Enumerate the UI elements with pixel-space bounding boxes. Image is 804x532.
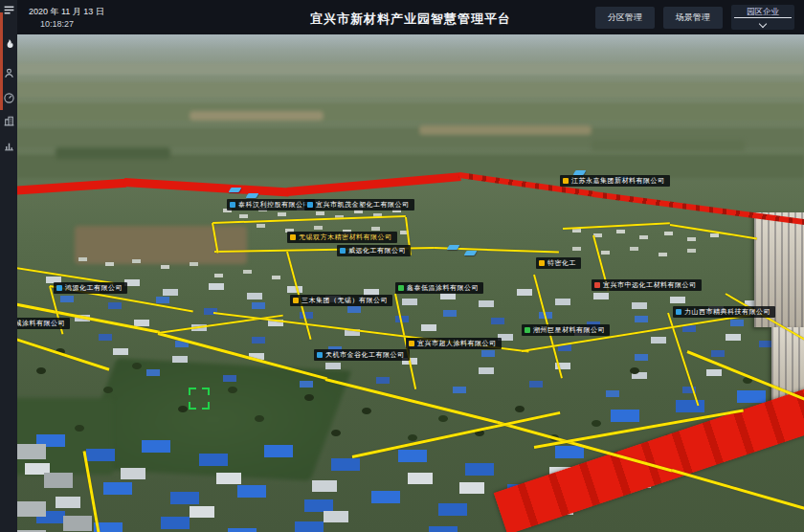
company-label[interactable]: 宜兴市凯茂金塑化工有限公司 xyxy=(304,199,414,211)
field-patch xyxy=(56,147,170,159)
company-marker-icon xyxy=(398,285,404,291)
dirt-field-patch xyxy=(75,226,247,264)
company-label[interactable]: 天机市金谷化工有限公司 xyxy=(314,349,410,361)
company-marker-icon xyxy=(307,202,313,208)
company-label[interactable]: 江苏永嘉集团新材料有限公司 xyxy=(560,175,670,187)
dropdown-divider xyxy=(734,17,792,18)
street-line xyxy=(17,332,109,371)
company-label[interactable]: 宜兴市中远化工材料有限公司 xyxy=(592,279,702,291)
map-3d-view[interactable]: 泰科汉利控股有限公司 宜兴市凯茂金塑化工有限公司 无锡双方木精密材料有限公司 威… xyxy=(17,34,804,532)
field-patch xyxy=(190,111,324,121)
grass-field xyxy=(17,398,113,475)
highway-segment xyxy=(124,178,289,196)
street-line xyxy=(670,224,757,239)
company-label[interactable]: 威远化工有限公司 xyxy=(337,245,411,256)
highway-segment xyxy=(593,191,804,225)
company-label[interactable]: 三木集团（无锡）有限公司 xyxy=(290,295,392,306)
scene-management-button[interactable]: 场景管理 xyxy=(663,7,723,29)
company-label[interactable]: 鸿源化工有限公司 xyxy=(54,282,127,294)
company-marker-icon xyxy=(56,285,62,291)
street-line xyxy=(212,215,406,224)
company-marker-icon xyxy=(293,298,299,303)
blue-vehicle-marker xyxy=(464,251,478,255)
bar-chart-icon[interactable] xyxy=(3,140,15,152)
street-line xyxy=(563,222,670,230)
chevron-down-icon xyxy=(759,20,767,28)
top-header: 2020 年 11 月 13 日 10:18:27 宜兴市新材料产业园智慧管理平… xyxy=(17,0,804,34)
company-marker-icon xyxy=(594,282,600,288)
company-marker-icon xyxy=(340,248,346,254)
highway-segment xyxy=(17,179,126,196)
factory-icon[interactable] xyxy=(3,115,15,127)
field-patch xyxy=(592,140,745,151)
company-label[interactable]: 潮州巨星材料有限公司 xyxy=(522,324,610,336)
company-label[interactable]: 特密化工 xyxy=(536,257,581,269)
gauge-icon[interactable] xyxy=(3,92,15,104)
street-line xyxy=(672,469,804,514)
grass-field xyxy=(76,359,352,481)
dropdown-label: 园区企业 xyxy=(731,5,794,18)
terrain-stripe xyxy=(17,82,804,97)
field-patch xyxy=(419,125,592,135)
company-label[interactable]: 力山西市精典科技有限公司 xyxy=(673,306,775,318)
selection-brackets xyxy=(189,388,210,410)
smart-park-platform: 2020 年 11 月 13 日 10:18:27 宜兴市新材料产业园智慧管理平… xyxy=(0,0,804,532)
company-marker-icon xyxy=(539,260,545,266)
company-marker-icon xyxy=(317,352,323,358)
company-label[interactable]: 源城涂料有限公司 xyxy=(17,318,70,329)
company-marker-icon xyxy=(676,309,681,315)
company-label[interactable]: 宜兴市超人涂料有限公司 xyxy=(406,338,502,349)
park-enterprise-dropdown[interactable]: 园区企业 xyxy=(731,5,794,30)
company-marker-icon xyxy=(525,327,530,333)
company-marker-icon xyxy=(290,234,296,240)
company-marker-icon xyxy=(563,178,569,184)
terrain-stripe xyxy=(17,63,804,75)
street-line xyxy=(17,264,114,284)
company-marker-icon xyxy=(230,202,235,208)
street-line xyxy=(325,378,500,424)
zone-management-button[interactable]: 分区管理 xyxy=(595,7,655,29)
company-label[interactable]: 鑫泰低温涂料有限公司 xyxy=(395,282,483,294)
street-line xyxy=(352,411,561,458)
left-toolbar xyxy=(0,0,17,532)
terrain-stripe xyxy=(17,103,804,121)
menu-icon[interactable] xyxy=(3,4,15,16)
flame-icon[interactable] xyxy=(3,38,15,51)
blue-vehicle-marker xyxy=(246,193,259,198)
company-label[interactable]: 无锡双方木精密材料有限公司 xyxy=(287,232,397,243)
highway-bottom xyxy=(494,378,804,532)
person-icon[interactable] xyxy=(3,67,15,79)
company-marker-icon xyxy=(409,341,414,346)
company-label[interactable]: 泰科汉利控股有限公司 xyxy=(227,199,315,211)
